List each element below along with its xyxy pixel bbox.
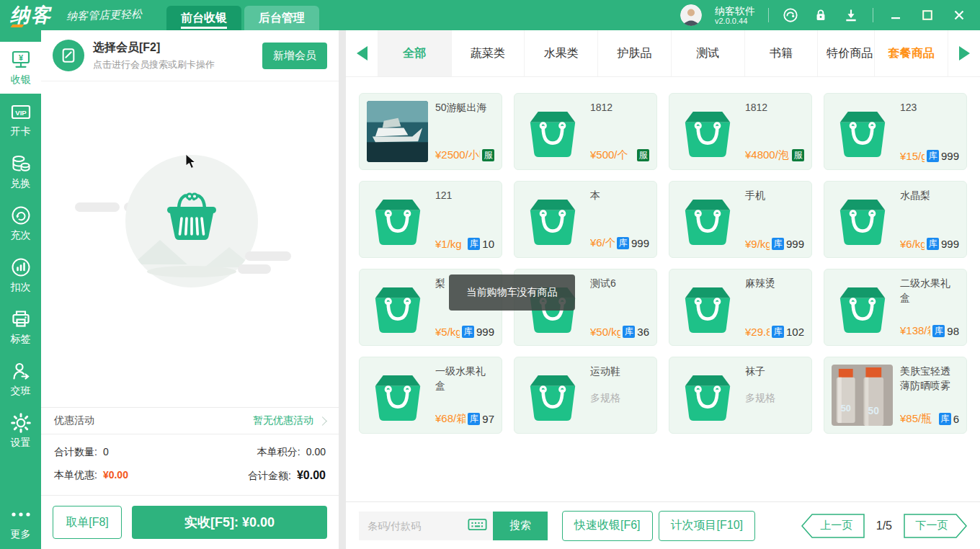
product-price: ¥50/kg (590, 326, 620, 338)
product-name: 1812 (590, 101, 649, 115)
category-tab-8[interactable]: 套餐商品 (874, 30, 948, 76)
sidebar-item-6[interactable]: 标签 (0, 301, 41, 353)
product-price: ¥29.8/k (745, 326, 770, 338)
product-name: 手机 (745, 189, 804, 203)
app-logo: 纳客 (10, 2, 52, 28)
product-card-6[interactable]: 本¥6/个库999 (514, 181, 657, 258)
basket-icon (159, 187, 225, 247)
titlebar: 纳客 纳客管店更轻松 前台收银后台管理 纳客软件 v2.0.0.44 (0, 0, 980, 30)
main-nav-tabs: 前台收银后台管理 (166, 6, 319, 30)
category-tab-6[interactable]: 书籍 (744, 30, 818, 76)
pagination: 上一页 1/5 下一页 (801, 514, 967, 538)
category-tab-7[interactable]: 特价商品 (817, 30, 874, 76)
category-scroll-left-icon[interactable] (346, 30, 378, 76)
product-card-4[interactable]: 123¥15/g库999 (824, 93, 967, 170)
stock-badge: 库 (927, 150, 939, 162)
sidebar-item-9[interactable]: 更多 (0, 500, 41, 545)
sidebar-item-7[interactable]: 交班 (0, 353, 41, 405)
nav-tab-2[interactable]: 后台管理 (244, 6, 319, 30)
product-card-1[interactable]: 50游艇出海¥2500/小时服 (359, 93, 502, 170)
product-card-12[interactable]: 二级水果礼盒¥138/箱库98 (824, 269, 967, 346)
product-card-11[interactable]: 麻辣烫¥29.8/k库102 (669, 269, 812, 346)
stock-count: 999 (476, 326, 494, 338)
exchange-icon (10, 153, 32, 174)
category-tab-4[interactable]: 护肤品 (597, 30, 671, 76)
member-select-subtitle: 点击进行会员搜索或刷卡操作 (93, 58, 215, 71)
category-tab-5[interactable]: 测试 (671, 30, 744, 76)
product-price: ¥9/kg (745, 238, 770, 250)
stock-count: 999 (631, 237, 649, 249)
product-name: 一级水果礼盒 (435, 365, 494, 393)
product-image-bag (522, 365, 583, 426)
app-version: v2.0.0.44 (715, 17, 755, 26)
charge-button[interactable]: 实收[F5]: ¥0.00 (132, 506, 327, 539)
product-card-7[interactable]: 手机¥9/kg库999 (669, 181, 812, 258)
lock-icon[interactable] (812, 6, 829, 24)
stock-badge: 库 (468, 238, 480, 250)
vip-card-icon: VIP (10, 101, 32, 122)
points-value: 0.00 (306, 446, 326, 458)
empty-cart-tooltip: 当前购物车没有商品 (449, 274, 575, 311)
pos-app: 纳客 纳客管店更轻松 前台收银后台管理 纳客软件 v2.0.0.44 (0, 0, 980, 549)
product-name: 121 (435, 189, 494, 203)
product-image-bag (367, 277, 428, 338)
sidebar-item-4[interactable]: 充次 (0, 197, 41, 249)
stock-badge: 库 (468, 413, 480, 425)
stock-badge: 库 (939, 413, 951, 425)
product-card-8[interactable]: 水晶梨¥6/kg库999 (824, 181, 967, 258)
product-card-15[interactable]: 袜子多规格 (669, 357, 812, 434)
minimize-icon[interactable] (886, 6, 905, 24)
sidebar-item-5[interactable]: 扣次 (0, 249, 41, 301)
sidebar-item-1[interactable]: ¥收银 (0, 42, 41, 94)
chevron-right-icon (318, 416, 327, 426)
nav-tab-1[interactable]: 前台收银 (166, 6, 241, 30)
user-avatar[interactable] (680, 4, 702, 26)
settings-icon (10, 412, 32, 434)
product-name: 50游艇出海 (435, 101, 494, 115)
close-icon[interactable] (950, 6, 968, 24)
category-tab-2[interactable]: 蔬菜类 (451, 30, 525, 76)
checkout-footer: 取单[F8] 实收[F5]: ¥0.00 (41, 495, 339, 549)
barcode-input[interactable] (366, 519, 468, 532)
count-item-button[interactable]: 计次项目[F10] (659, 511, 755, 541)
product-card-5[interactable]: 121¥1/kg库10 (359, 181, 502, 258)
product-card-16[interactable]: 5050美肤宝轻透薄防晒喷雾¥85/瓶库6 (824, 357, 967, 434)
category-tab-3[interactable]: 水果类 (524, 30, 597, 76)
search-button[interactable]: 搜索 (493, 512, 548, 540)
stock-count: 6 (953, 413, 959, 425)
next-page-button[interactable]: 下一页 (904, 514, 967, 538)
stock-badge: 库 (932, 325, 945, 337)
support-icon[interactable] (782, 6, 799, 24)
sidebar-item-2[interactable]: VIP开卡 (0, 94, 41, 146)
prev-page-button[interactable]: 上一页 (801, 514, 865, 538)
amount-value: ¥0.00 (297, 469, 326, 482)
member-select-header[interactable]: 选择会员[F2] 点击进行会员搜索或刷卡操作 新增会员 (41, 30, 339, 81)
product-card-14[interactable]: 运动鞋多规格 (514, 357, 657, 434)
maximize-icon[interactable] (918, 6, 937, 24)
add-member-button[interactable]: 新增会员 (262, 43, 327, 69)
hold-order-button[interactable]: 取单[F8] (53, 506, 122, 539)
download-icon[interactable] (842, 6, 860, 24)
product-image-spray: 5050 (832, 365, 893, 426)
category-tab-1[interactable]: 全部 (378, 30, 451, 76)
svg-text:VIP: VIP (15, 109, 27, 117)
quick-cashier-button[interactable]: 快速收银[F6] (562, 511, 653, 541)
product-image-bag (522, 189, 583, 250)
product-price: ¥85/瓶 (900, 412, 937, 426)
sidebar-item-3[interactable]: 兑换 (0, 146, 41, 197)
sidebar-item-8[interactable]: 设置 (0, 405, 41, 457)
product-card-3[interactable]: 1812¥4800/泡服 (669, 93, 812, 170)
product-price: ¥15/g (900, 150, 925, 162)
catalog-area: 全部蔬菜类水果类护肤品测试书籍特价商品套餐商品 50游艇出海¥2500/小时服1… (346, 30, 980, 549)
promo-row[interactable]: 优惠活动 暂无优惠活动 (41, 407, 339, 434)
promo-label: 优惠活动 (54, 414, 94, 427)
product-price: ¥1/kg (435, 238, 466, 250)
product-card-2[interactable]: 1812¥500/个服 (514, 93, 657, 170)
product-price: ¥138/箱 (900, 324, 930, 338)
product-card-13[interactable]: 一级水果礼盒¥68/箱库97 (359, 357, 502, 434)
product-image-bag (677, 365, 738, 426)
discount-label: 本单优惠: (54, 469, 97, 482)
product-image-bag (677, 189, 738, 250)
category-scroll-right-icon[interactable] (948, 30, 980, 76)
keyboard-icon[interactable] (468, 517, 487, 535)
